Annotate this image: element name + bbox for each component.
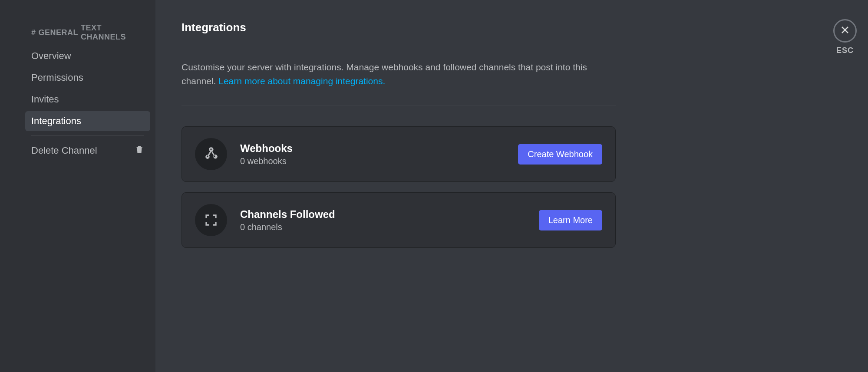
webhooks-card: Webhooks 0 webhooks Create Webhook — [182, 126, 616, 182]
webhooks-title: Webhooks — [240, 142, 518, 155]
esc-label: ESC — [833, 46, 857, 55]
close-icon — [840, 25, 850, 37]
webhooks-subtitle: 0 webhooks — [240, 156, 518, 166]
sidebar-item-overview[interactable]: Overview — [25, 46, 150, 66]
sidebar-divider — [31, 135, 144, 136]
webhooks-card-body: Webhooks 0 webhooks — [240, 142, 518, 166]
content-divider — [182, 105, 616, 105]
learn-more-button[interactable]: Learn More — [539, 210, 602, 230]
page-title: Integrations — [182, 21, 833, 34]
sidebar-item-label: Permissions — [31, 72, 83, 83]
sidebar-item-label: Integrations — [31, 115, 81, 127]
sidebar-item-permissions[interactable]: Permissions — [25, 68, 150, 88]
close-area: ESC — [833, 19, 857, 55]
channel-type-label: TEXT CHANNELS — [81, 23, 144, 42]
sidebar-item-delete-channel[interactable]: Delete Channel — [25, 140, 150, 161]
sidebar-item-integrations[interactable]: Integrations — [25, 111, 150, 131]
trash-icon — [135, 145, 144, 157]
main-content: Integrations Customise your server with … — [155, 0, 868, 372]
channels-followed-card: Channels Followed 0 channels Learn More — [182, 192, 616, 248]
channels-followed-subtitle: 0 channels — [240, 222, 539, 232]
sidebar-header: # GENERAL TEXT CHANNELS — [25, 21, 150, 46]
hash-icon: # — [31, 28, 36, 37]
sidebar-item-label: Delete Channel — [31, 145, 97, 156]
page-description: Customise your server with integrations.… — [182, 60, 616, 88]
sidebar-item-label: Overview — [31, 50, 71, 62]
channels-followed-icon — [195, 204, 227, 236]
sidebar-item-invites[interactable]: Invites — [25, 89, 150, 109]
channels-followed-title: Channels Followed — [240, 208, 539, 221]
close-button[interactable] — [833, 19, 857, 43]
channel-name: GENERAL — [39, 28, 79, 37]
create-webhook-button[interactable]: Create Webhook — [518, 144, 602, 165]
learn-more-link[interactable]: Learn more about managing integrations. — [218, 76, 385, 86]
channels-followed-card-body: Channels Followed 0 channels — [240, 208, 539, 232]
sidebar: # GENERAL TEXT CHANNELS Overview Permiss… — [0, 0, 155, 372]
webhook-icon — [195, 138, 227, 170]
sidebar-item-label: Invites — [31, 94, 59, 105]
